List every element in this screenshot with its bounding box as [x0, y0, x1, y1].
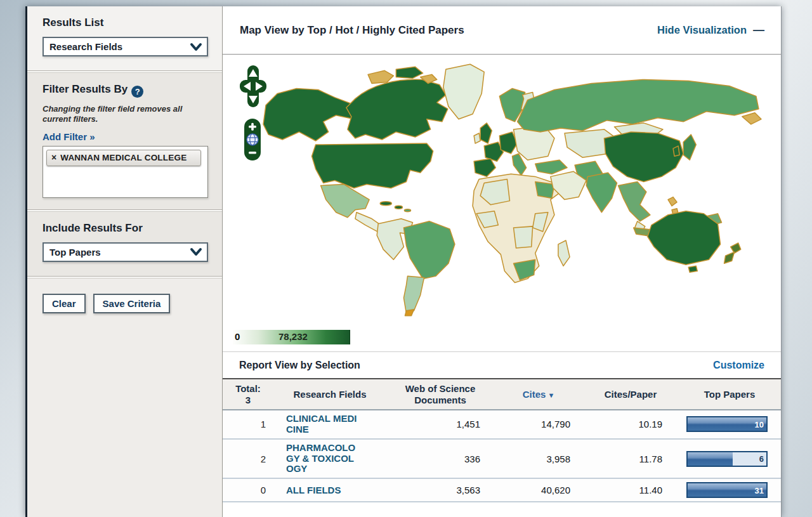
top-papers-bar: 31 [686, 482, 768, 498]
table-row: 0 ALL FIELDS 3,563 40,620 11.40 31 [223, 479, 781, 502]
legend-max-value: 78,232 [278, 331, 308, 342]
results-list-section: Results List Research Fields [27, 6, 222, 70]
cites-cell: 14,790 [494, 419, 583, 429]
column-header-top-papers: Top Papers [678, 389, 781, 400]
sidebar: Results List Research Fields Filter Resu… [27, 6, 223, 517]
top-papers-value: 31 [755, 485, 764, 495]
field-link[interactable]: PHARMACOLOGY & TOXICOLOGY [286, 443, 358, 474]
column-header-wos-documents: Web of Science Documents [386, 383, 494, 405]
include-results-dropdown-value: Top Papers [49, 247, 101, 258]
chevron-down-icon [190, 42, 202, 52]
map-title: Map View by Top / Hot / Highly Cited Pap… [240, 24, 464, 37]
sidebar-actions: Clear Save Criteria [27, 278, 222, 517]
top-papers-bar: 6 [686, 451, 768, 467]
map-pan-compass-icon[interactable] [239, 65, 267, 109]
collapse-dash-icon: — [753, 23, 764, 37]
world-choropleth-map[interactable] [259, 60, 767, 317]
filter-chip[interactable]: × WANNAN MEDICAL COLLEGE [46, 150, 201, 167]
docs-cell: 336 [386, 454, 494, 464]
map-color-legend: 0 78,232 [233, 330, 350, 344]
include-results-section: Include Results For Top Papers [27, 212, 222, 276]
include-results-dropdown[interactable]: Top Papers [43, 242, 208, 262]
main-content: Map View by Top / Hot / Highly Cited Pap… [223, 6, 781, 517]
top-papers-value: 10 [755, 419, 764, 429]
help-icon[interactable]: ? [131, 86, 143, 98]
filter-section: Filter Results By? Changing the filter f… [27, 73, 222, 209]
legend-min-value: 0 [235, 331, 240, 342]
filter-heading: Filter Results By? [43, 83, 208, 98]
column-header-cites-sort[interactable]: Cites▼ [494, 389, 583, 400]
filter-note: Changing the filter field removes all cu… [43, 104, 208, 125]
docs-cell: 3,563 [386, 485, 494, 495]
rank-cell: 0 [223, 485, 273, 495]
hide-visualization-link[interactable]: Hide Visualization — [657, 23, 764, 37]
globe-icon [247, 134, 258, 145]
results-list-dropdown[interactable]: Research Fields [43, 37, 208, 56]
results-list-heading: Results List [43, 16, 208, 29]
chevron-down-icon [190, 247, 202, 257]
map-header-bar: Map View by Top / Hot / Highly Cited Pap… [223, 6, 781, 55]
include-results-heading: Include Results For [43, 222, 208, 235]
remove-filter-icon[interactable]: × [51, 153, 56, 162]
add-filter-link[interactable]: Add Filter » [43, 131, 95, 142]
zoom-out-icon [249, 152, 256, 154]
cites-per-paper-cell: 11.40 [583, 485, 678, 495]
filter-chips-box: × WANNAN MEDICAL COLLEGE [43, 146, 208, 198]
map-zoom-control[interactable] [244, 118, 261, 161]
cites-cell: 3,958 [494, 454, 583, 464]
map-controls [239, 65, 268, 161]
rank-cell: 2 [223, 454, 273, 464]
table-header-row: Total: 3 Research Fields Web of Science … [223, 379, 781, 410]
field-link[interactable]: ALL FIELDS [286, 485, 358, 496]
column-header-research-fields: Research Fields [273, 389, 386, 400]
cites-per-paper-cell: 11.78 [583, 454, 678, 464]
top-papers-bar: 10 [686, 416, 768, 432]
column-header-cites-per-paper: Cites/Paper [583, 389, 678, 400]
total-count-header: Total: 3 [223, 383, 273, 406]
field-link[interactable]: CLINICAL MEDICINE [286, 414, 358, 435]
filter-chip-label: WANNAN MEDICAL COLLEGE [60, 153, 187, 163]
save-criteria-button[interactable]: Save Criteria [93, 294, 171, 313]
report-header-bar: Report View by Selection Customize [223, 351, 781, 378]
map-view: 0 78,232 [223, 55, 781, 351]
table-row: 2 PHARMACOLOGY & TOXICOLOGY 336 3,958 11… [223, 440, 781, 480]
top-papers-value: 6 [759, 454, 764, 464]
docs-cell: 1,451 [386, 419, 494, 429]
sort-descending-icon: ▼ [547, 391, 554, 399]
app-window: Results List Research Fields Filter Resu… [25, 6, 782, 517]
clear-button[interactable]: Clear [43, 294, 86, 313]
cites-per-paper-cell: 10.19 [583, 419, 678, 429]
report-title: Report View by Selection [239, 360, 360, 371]
table-row: 1 CLINICAL MEDICINE 1,451 14,790 10.19 1… [223, 410, 781, 440]
results-list-dropdown-value: Research Fields [49, 41, 122, 52]
rank-cell: 1 [223, 419, 273, 429]
report-table: Total: 3 Research Fields Web of Science … [223, 378, 781, 502]
cites-cell: 40,620 [494, 485, 583, 495]
customize-link[interactable]: Customize [713, 360, 764, 371]
